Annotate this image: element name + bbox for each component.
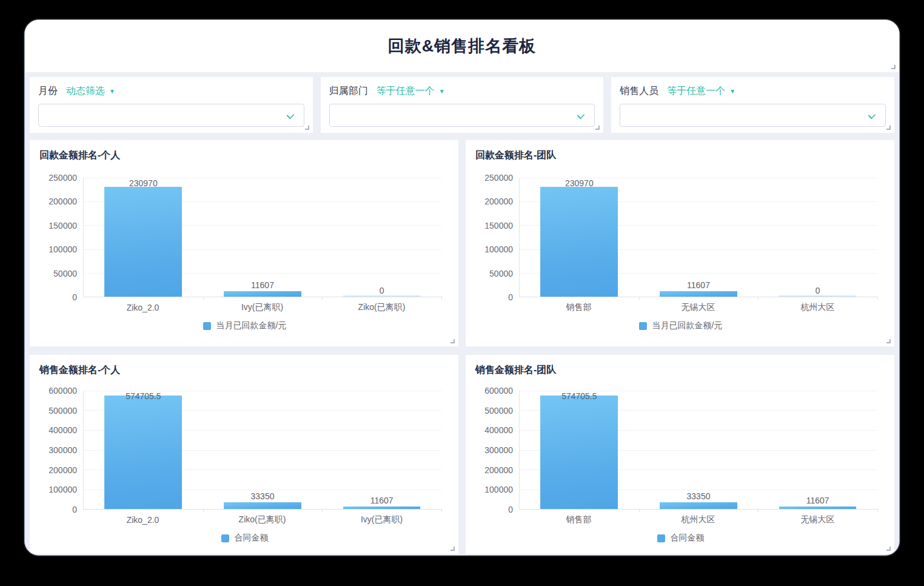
chevron-down-icon [868,112,876,120]
charts-row-1: 回款金额排名-个人2500002000001500001000005000002… [30,140,894,346]
x-axis-labels: 销售部无锡大区杭州大区 [519,297,877,318]
title-panel: 回款&销售排名看板 [25,20,899,72]
bar[interactable] [343,507,421,509]
y-tick-label: 0 [508,292,513,302]
bar[interactable] [104,187,182,297]
x-category-label: 杭州大区 [638,514,758,525]
y-tick-label: 150000 [484,221,513,231]
legend-label[interactable]: 当月已回款金额/元 [652,320,723,331]
filter-operator-link[interactable]: 等于任意一个 ▼ [667,85,735,98]
plot-canvas: 230970116070 [519,178,877,297]
x-axis-tick [639,297,640,300]
chart-title: 回款金额排名-个人 [39,149,450,162]
bar[interactable] [224,502,301,509]
bar[interactable] [779,295,857,297]
filter-head: 销售人员 等于任意一个 ▼ [620,85,886,97]
legend-label[interactable]: 当月已回款金额/元 [216,320,287,331]
x-category-label: Ivy(已离职) [322,514,441,525]
x-category-label: Ziko_2.0 [83,515,203,525]
x-axis-tick [877,297,878,300]
filter-card-department: 归属部门 等于任意一个 ▼ [321,77,604,133]
department-select[interactable] [329,104,595,127]
x-axis-tick [758,509,758,512]
legend-marker[interactable] [221,534,229,542]
y-tick-label: 100000 [484,244,513,254]
x-axis-tick [441,509,442,512]
y-tick-label: 200000 [484,465,513,475]
y-axis: 250000200000150000100000500000 [39,178,83,297]
x-axis-labels: Ziko_2.0Ziko(已离职)Ivy(已离职) [83,510,441,530]
x-axis-tick [322,297,323,300]
y-tick-label: 100000 [49,244,77,254]
y-tick-label: 50000 [489,269,513,278]
bar-value-label: 0 [380,286,384,295]
bar[interactable] [540,187,618,297]
month-select[interactable] [38,104,304,127]
bar[interactable] [779,507,857,509]
salesperson-select[interactable] [620,104,886,127]
bar[interactable] [660,291,737,297]
filter-label: 月份 [38,85,58,98]
x-category-label: 无锡大区 [638,302,758,313]
plot-canvas: 230970116070 [83,178,441,297]
y-tick-label: 250000 [484,173,513,183]
legend: 合同金额 [475,531,886,545]
resize-corner-icon[interactable] [450,339,455,343]
chart-panel-payment-team: 回款金额排名-团队2500002000001500001000005000002… [466,140,894,346]
chart-panel-sales-individual: 销售金额排名-个人6000005000004000003000002000001… [30,355,458,554]
bar[interactable] [540,396,618,509]
resize-corner-icon[interactable] [891,65,896,69]
resize-corner-icon[interactable] [305,126,309,130]
legend-marker[interactable] [639,322,647,330]
resize-corner-icon[interactable] [886,126,891,130]
x-category-label: 销售部 [519,302,638,313]
y-tick-label: 200000 [49,465,77,475]
bar-value-label: 33350 [687,491,711,501]
legend: 合同金额 [39,531,450,545]
filter-head: 月份 动态筛选 ▼ [38,85,304,97]
resize-corner-icon[interactable] [886,339,891,343]
filter-operator-link[interactable]: 动态筛选 ▼ [66,85,115,98]
x-category-label: 无锡大区 [758,514,877,525]
bar-value-label: 33350 [251,491,275,501]
legend-marker[interactable] [203,322,211,330]
bar[interactable] [343,295,421,297]
y-tick-label: 400000 [484,425,513,435]
bar[interactable] [224,291,301,297]
chevron-down-icon [286,112,294,120]
filter-operator-text: 等于任意一个 [667,85,725,98]
chart-panel-payment-individual: 回款金额排名-个人2500002000001500001000005000002… [30,140,458,346]
y-tick-label: 300000 [484,445,513,455]
caret-down-icon: ▼ [109,87,115,95]
y-axis: 6000005000004000003000002000001000000 [39,391,83,510]
y-tick-label: 200000 [484,197,513,206]
legend-marker[interactable] [657,534,665,542]
bar[interactable] [104,396,182,509]
filter-operator-text: 动态筛选 [66,85,105,98]
filter-row: 月份 动态筛选 ▼ 归属部门 等于任意一个 ▼ [30,77,894,133]
y-tick-label: 100000 [49,485,77,494]
bar-value-label: 11607 [687,280,710,290]
bar-value-label: 574705.5 [126,391,161,401]
x-axis-tick [203,297,204,300]
bar-value-label: 11607 [806,496,829,505]
resize-corner-icon[interactable] [450,547,455,551]
caret-down-icon: ▼ [439,87,445,95]
bar[interactable] [660,502,737,509]
x-category-label: 销售部 [519,514,638,525]
y-tick-label: 150000 [49,221,77,231]
x-category-label: Ziko(已离职) [322,302,441,313]
x-axis-tick [877,509,878,512]
chart-body: 2500002000001500001000005000002309701160… [475,178,886,332]
y-tick-label: 200000 [49,197,77,206]
resize-corner-icon[interactable] [595,126,600,130]
chevron-down-icon [577,112,585,120]
filter-operator-link[interactable]: 等于任意一个 ▼ [377,85,445,98]
x-axis-tick [203,509,204,512]
bar-value-label: 230970 [129,178,158,188]
legend-label[interactable]: 合同金额 [671,533,705,544]
filter-operator-text: 等于任意一个 [377,85,435,98]
legend-label[interactable]: 合同金额 [235,533,269,544]
caret-down-icon: ▼ [729,87,735,95]
resize-corner-icon[interactable] [886,547,891,551]
